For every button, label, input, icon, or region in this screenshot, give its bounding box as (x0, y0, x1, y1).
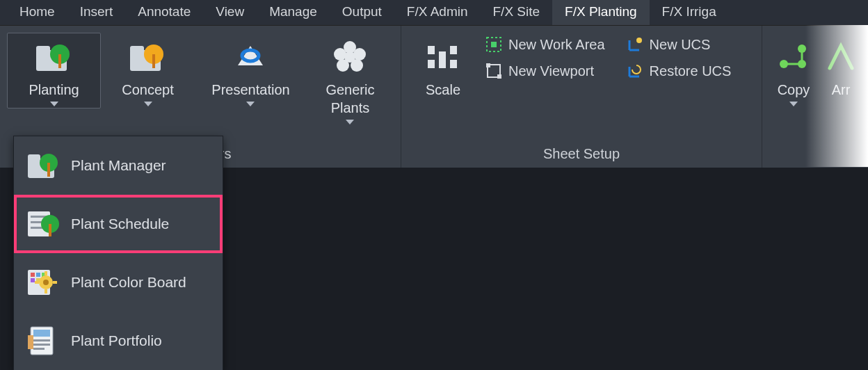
presentation-button[interactable]: Presentation (195, 33, 307, 108)
svg-point-25 (636, 38, 642, 43)
new-work-area-button[interactable]: New Work Area (481, 34, 609, 55)
tab-fx-planting[interactable]: F/X Planting (552, 0, 650, 25)
svg-rect-5 (130, 46, 144, 53)
menu-plant-schedule[interactable]: Plant Schedule (14, 195, 223, 253)
svg-rect-16 (439, 51, 446, 68)
copy-label: Copy (778, 81, 810, 99)
new-viewport-icon (485, 62, 503, 80)
new-viewport-label: New Viewport (508, 63, 594, 79)
new-ucs-button[interactable]: New UCS (622, 34, 736, 55)
tab-fx-admin[interactable]: F/X Admin (394, 0, 481, 25)
dropdown-arrow-icon (50, 102, 58, 106)
svg-rect-38 (49, 224, 51, 236)
concept-label: Concept (122, 81, 174, 99)
concept-button[interactable]: Concept (101, 33, 195, 108)
tab-view[interactable]: View (203, 0, 257, 25)
svg-rect-30 (28, 154, 40, 161)
new-work-area-label: New Work Area (508, 37, 605, 53)
svg-rect-47 (45, 289, 47, 293)
svg-rect-23 (486, 63, 490, 67)
svg-rect-19 (450, 54, 457, 60)
dropdown-arrow-icon (346, 120, 354, 124)
scale-icon (421, 38, 465, 77)
svg-rect-48 (35, 281, 39, 284)
svg-point-10 (334, 48, 346, 61)
svg-point-50 (43, 280, 49, 285)
plant-portfolio-icon (26, 324, 60, 357)
svg-rect-21 (491, 42, 497, 47)
restore-ucs-icon (626, 62, 644, 80)
plant-schedule-label: Plant Schedule (71, 216, 169, 232)
array-button[interactable]: Arr (818, 33, 864, 101)
svg-rect-54 (33, 344, 50, 346)
tab-fx-irrigation[interactable]: F/X Irriga (650, 0, 729, 25)
panel-sheet-setup: Scale New Work Area New Viewport (401, 26, 762, 168)
svg-rect-53 (33, 339, 50, 341)
generic-plants-label: Generic Plants (309, 81, 392, 117)
new-ucs-label: New UCS (650, 37, 711, 53)
menu-plant-color-board[interactable]: Plant Color Board (14, 253, 223, 312)
plant-color-board-label: Plant Color Board (71, 274, 186, 291)
svg-point-11 (353, 48, 366, 61)
scale-label: Scale (426, 81, 460, 99)
generic-plants-button[interactable]: Generic Plants (307, 33, 394, 127)
planting-dropdown: Plant Manager Plant Schedule (13, 136, 223, 370)
array-label: Arr (832, 81, 851, 99)
presentation-label: Presentation (211, 81, 289, 99)
new-viewport-button[interactable]: New Viewport (481, 61, 609, 81)
panel-modify: Copy Arr (762, 26, 868, 168)
svg-rect-1 (36, 46, 50, 53)
copy-button[interactable]: Copy (769, 33, 818, 108)
tab-annotate[interactable]: Annotate (125, 0, 203, 25)
panel-modify-title (762, 158, 868, 168)
svg-rect-41 (36, 273, 40, 277)
panel-sheet-setup-title: Sheet Setup (401, 142, 762, 168)
tab-fx-site[interactable]: F/X Site (481, 0, 553, 25)
generic-plant-icon (328, 38, 372, 77)
tab-output[interactable]: Output (330, 0, 394, 25)
planting-label: Planting (29, 81, 79, 99)
restore-ucs-label: Restore UCS (650, 63, 732, 79)
tab-home[interactable]: Home (7, 0, 67, 25)
concept-folder-icon (126, 38, 170, 77)
copy-icon (771, 38, 816, 77)
svg-rect-3 (58, 54, 61, 68)
menu-plant-portfolio[interactable]: Plant Portfolio (14, 312, 223, 370)
svg-rect-40 (31, 273, 35, 277)
array-icon (819, 38, 863, 77)
svg-rect-56 (28, 335, 33, 349)
svg-rect-52 (33, 330, 50, 337)
dropdown-arrow-icon (789, 102, 798, 106)
svg-rect-43 (31, 278, 35, 282)
new-ucs-icon (626, 35, 644, 54)
new-work-area-icon (485, 35, 503, 54)
tab-manage[interactable]: Manage (257, 0, 330, 25)
svg-rect-32 (47, 163, 50, 177)
plant-color-board-icon (26, 266, 60, 299)
plant-manager-label: Plant Manager (71, 157, 166, 174)
menu-plant-manager[interactable]: Plant Manager (14, 136, 223, 195)
svg-rect-7 (152, 54, 155, 68)
menu-tabstrip: Home Insert Annotate View Manage Output … (0, 0, 868, 25)
svg-rect-46 (45, 271, 47, 275)
dropdown-arrow-icon (246, 102, 255, 106)
plant-manager-icon (26, 149, 60, 182)
planting-button[interactable]: Planting (7, 33, 101, 108)
tab-insert[interactable]: Insert (67, 0, 126, 25)
svg-rect-18 (428, 54, 435, 60)
svg-rect-24 (497, 74, 501, 79)
svg-rect-49 (53, 281, 57, 284)
dropdown-arrow-icon (144, 102, 152, 106)
plant-schedule-icon (26, 207, 60, 241)
presentation-icon (228, 38, 273, 77)
plant-portfolio-label: Plant Portfolio (71, 332, 162, 349)
planting-folder-icon (32, 38, 77, 77)
restore-ucs-button[interactable]: Restore UCS (622, 61, 736, 81)
svg-rect-55 (33, 348, 45, 350)
scale-button[interactable]: Scale (408, 33, 478, 101)
svg-point-14 (344, 51, 355, 63)
